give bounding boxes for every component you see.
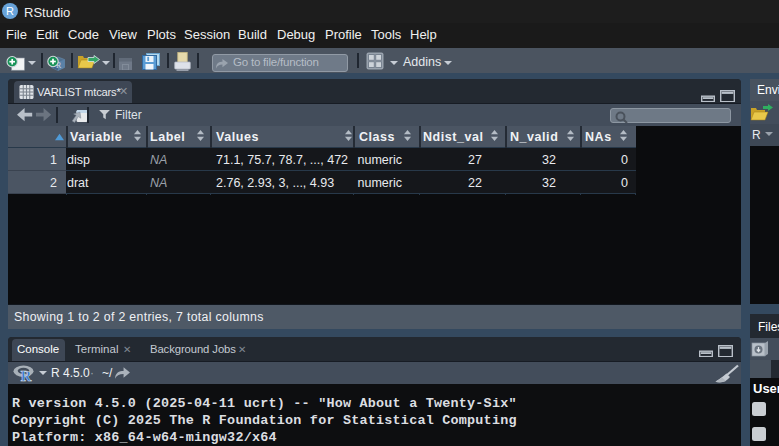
- svg-text:R: R: [21, 368, 32, 382]
